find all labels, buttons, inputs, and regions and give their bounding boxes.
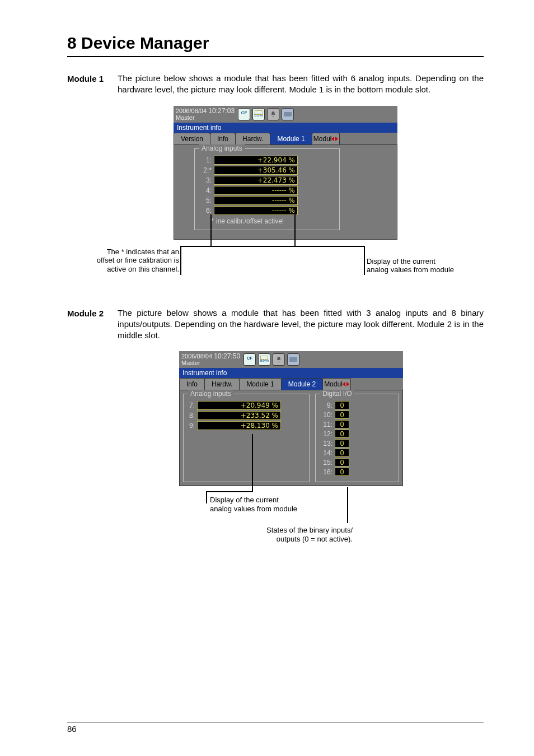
tab-strip: Version Info Hardw. Module 1 Modul [174,133,397,144]
dio-row-10: 10:0 [320,410,394,419]
lead-line [210,214,212,246]
cf-card-icon [243,353,256,366]
ai-label: 7: [188,402,197,409]
ai-value: ------ % [214,206,298,215]
dio-row-12: 12:0 [320,430,394,438]
ai-value: ------ % [214,196,298,205]
lead-line [206,491,207,503]
module2-label: Module 2 [67,307,118,318]
date-label: 2006/08/04 [181,353,212,360]
group-title: Analog inputs [199,144,245,152]
dio-label: 11: [320,421,335,428]
dio-row-14: 14:0 [320,449,394,457]
module2-paragraph: The picture below shows a module that ha… [118,307,484,342]
tab-scroll-label: Modul [324,380,343,388]
storage-pct-icon: 99% [252,108,265,120]
group-title: Analog inputs [188,390,233,398]
panel-body: Analog inputs 7: +20.949 % 8: +233.52 % … [179,390,403,486]
footer-rule [67,722,484,722]
ai-value: +22.904 % [214,156,298,165]
tab-module1[interactable]: Module 1 [239,378,281,390]
scroll-right-icon[interactable] [335,137,338,141]
callout-analog-values: Display of the current analog values fro… [210,496,297,513]
ai-value: +233.52 % [197,411,281,420]
callout-line: The * indicates that an [107,248,179,256]
dio-label: 16: [320,468,335,476]
tab-version[interactable]: Version [174,133,210,144]
time-label: 10:27:50 [212,351,240,360]
lead-line [180,246,181,275]
dio-value: 0 [335,458,349,466]
lead-line [252,434,253,492]
panel-topbar: 2006/08/04 Master 10:27:50 99% [179,351,403,368]
tab-info[interactable]: Info [210,133,236,144]
lead-line [206,491,253,492]
section-titlebar: Instrument info [179,368,403,378]
chapter-title: 8 Device Manager [67,34,484,53]
module1-figure-area: 2006/08/04 Master 10:27:03 99% Instrumen… [174,106,484,285]
master-label: Master [181,360,212,366]
analog-row-6: 6: ------ % [199,206,335,215]
ai-label: 1: [199,156,214,164]
tab-hardw[interactable]: Hardw. [204,378,240,390]
analog-row-4: 4: ------ % [199,186,335,195]
time-label: 10:27:03 [207,106,235,115]
topbar-left: 2006/08/04 Master [176,108,207,121]
tab-module1[interactable]: Module 1 [270,133,312,144]
ai-label: 5: [199,197,214,204]
scroll-left-icon[interactable] [343,382,345,386]
ai-value: +28.130 % [197,421,281,430]
module1-paragraph: The picture below shows a module that ha… [118,73,484,96]
analog-row-7: 7: +20.949 % [188,401,305,410]
analog-row-2: 2:* +305.46 % [199,166,335,175]
callout-star-explanation: The * indicates that an offset or fine c… [81,248,179,274]
module1-label: Module 1 [67,73,118,83]
scroll-right-icon[interactable] [346,382,349,386]
topbar-spacer [296,108,369,120]
dio-value: 0 [335,439,349,447]
analog-row-9: 9: +28.130 % [188,421,305,430]
scroll-left-icon[interactable] [331,137,334,141]
dio-value: 0 [335,401,349,409]
module2-figure-area: 2006/08/04 Master 10:27:50 99% Instrumen… [179,351,484,564]
ai-label: 4: [199,186,214,194]
callout-line: offset or fine calibration is [97,256,179,264]
dio-row-15: 15:0 [320,458,394,466]
tab-scroll[interactable]: Modul [312,133,340,144]
divider [67,56,484,57]
panel-topbar: 2006/08/04 Master 10:27:03 99% [174,106,397,123]
tab-hardw[interactable]: Hardw. [235,133,270,144]
analog-row-1: 1: +22.904 % [199,156,335,165]
dio-row-11: 11:0 [320,420,394,428]
section-titlebar: Instrument info [174,123,397,133]
digital-io-group: Digital I/O 9:0 10:0 11:0 12:0 13:0 14:0… [315,394,399,482]
dio-label: 14: [320,449,335,457]
callout-binary-states: States of the binary inputs/ outputs (0 … [241,526,353,543]
callout-analog-values: Display of the current analog values fro… [367,257,454,274]
dio-value: 0 [335,468,349,476]
tab-module2[interactable]: Module 2 [281,378,323,390]
dio-row-13: 13:0 [320,439,394,447]
dio-row-9: 9:0 [320,401,394,409]
analog-row-3: 3: +22.473 % [199,176,335,185]
calibration-note: * ine calibr./offset active! [199,217,335,225]
analog-row-8: 8: +233.52 % [188,411,305,420]
tab-info[interactable]: Info [179,378,205,390]
storage-pct-icon: 99% [258,353,270,366]
dio-label: 15: [320,459,335,466]
ai-label: 2:* [199,166,214,174]
callout-line: States of the binary inputs/ [266,526,353,534]
note-text: ine calibr./offset active! [216,217,284,225]
tab-scroll[interactable]: Modul [322,378,351,390]
panel-body: Analog inputs 1: +22.904 % 2:* +305.46 %… [174,144,397,240]
dio-label: 9: [320,402,335,409]
tab-strip: Info Hardw. Module 1 Module 2 Modul [179,378,403,390]
ai-label: 9: [188,422,197,430]
callout-line: analog values from module [210,505,297,513]
topbar-spacer [302,353,374,366]
dio-row-16: 16:0 [320,468,394,476]
callout-line: analog values from module [367,265,454,274]
lead-line [347,487,348,523]
ai-value: +305.46 % [214,166,298,175]
dio-label: 13: [320,440,335,447]
